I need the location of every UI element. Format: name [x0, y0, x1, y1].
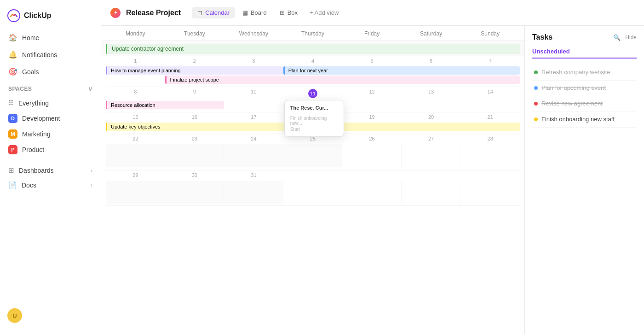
event-finalize-project-scope-label: Finalize project scope — [170, 77, 219, 82]
day-cell-e3[interactable] — [402, 181, 461, 204]
sidebar-item-goals-label: Goals — [22, 68, 39, 76]
avatar[interactable]: U — [7, 308, 22, 323]
day-num-26: 26 — [342, 136, 402, 141]
sidebar-item-docs[interactable]: 📄 Docs › — [4, 178, 97, 193]
event-resource-allocation[interactable]: Resource allocation — [106, 101, 224, 109]
day-cell-29[interactable] — [106, 181, 165, 204]
day-header-wed: Wednesday — [224, 26, 283, 41]
day-cell-25[interactable] — [283, 144, 343, 167]
day-cell-26[interactable] — [342, 144, 402, 167]
sidebar-item-home-label: Home — [22, 34, 39, 41]
popup-title: The Resc. Cur... — [290, 105, 338, 111]
unscheduled-event-label: Update contractor agreement — [112, 46, 184, 52]
calendar-rows: 1 2 3 4 5 6 7 How to manage event planni… — [101, 56, 524, 206]
clickup-logo-icon — [7, 9, 20, 22]
product-label: Product — [22, 146, 44, 153]
day-cell-e1[interactable] — [283, 181, 343, 204]
week-1-events: How to manage event planning Plan for ne… — [106, 64, 520, 87]
day-header-sun: Sunday — [460, 26, 520, 41]
tasks-search-icon[interactable]: 🔍 — [613, 34, 621, 41]
add-view-label: + Add view — [310, 9, 339, 16]
tab-box[interactable]: ⊞ Box — [274, 7, 303, 18]
day-num-blank4 — [460, 172, 520, 178]
popup-divider — [290, 113, 338, 113]
sidebar: ClickUp 🏠 Home 🔔 Notifications 🎯 Goals S… — [0, 0, 101, 334]
event-plan-for-next-year[interactable]: Plan for next year — [283, 66, 520, 75]
unscheduled-tab[interactable]: Unscheduled — [532, 48, 637, 59]
spaces-collapse-icon[interactable]: ∨ — [88, 85, 93, 93]
day-cell-30[interactable] — [165, 181, 224, 204]
home-icon: 🏠 — [8, 33, 17, 42]
event-how-to-manage-label: How to manage event planning — [111, 68, 181, 73]
tab-board[interactable]: ▦ Board — [237, 7, 272, 18]
day-num-9: 9 — [165, 89, 224, 98]
event-finalize-project-scope[interactable]: Finalize project scope — [165, 76, 520, 84]
task-item-2[interactable]: Plan for upcoming event — [532, 81, 637, 96]
day-cell-27[interactable] — [402, 144, 461, 167]
day-num-16: 16 — [165, 114, 224, 120]
day-num-blank1 — [283, 172, 343, 178]
sidebar-nav: 🏠 Home 🔔 Notifications 🎯 Goals — [0, 29, 101, 80]
day-cell-24[interactable] — [224, 144, 283, 167]
day-num-17: 17 — [224, 114, 283, 120]
board-tab-label: Board — [251, 9, 267, 16]
sidebar-item-home[interactable]: 🏠 Home — [4, 29, 97, 46]
tasks-hide-button[interactable]: Hide — [625, 34, 637, 41]
day-num-15: 15 — [106, 114, 165, 120]
day-cell-22[interactable] — [106, 144, 165, 167]
day-num-14: 14 — [460, 89, 520, 98]
tasks-list: Refresh company website Plan for upcomin… — [532, 65, 637, 128]
box-tab-icon: ⊞ — [280, 9, 285, 16]
task-item-1[interactable]: Refresh company website — [532, 65, 637, 81]
day-num-31: 31 — [224, 172, 283, 178]
day-num-22: 22 — [106, 136, 165, 141]
task-1-label: Refresh company website — [541, 69, 610, 76]
day-num-blank3 — [402, 172, 461, 178]
day-cell-28[interactable] — [460, 144, 520, 167]
day-cell-31[interactable] — [224, 181, 283, 204]
task-4-dot — [534, 117, 538, 121]
day-num-1: 1 — [106, 58, 165, 64]
app-name: ClickUp — [24, 12, 52, 20]
spaces-list: ⠿ Everything D Development M Marketing P… — [0, 95, 101, 158]
day-header-thu: Thursday — [283, 26, 343, 41]
week-5-numbers: 29 30 31 — [106, 170, 520, 179]
task-item-3[interactable]: Revise new agreement — [532, 96, 637, 112]
day-num-blank2 — [342, 172, 402, 178]
docs-label: Docs — [22, 182, 36, 189]
marketing-badge: M — [8, 129, 17, 139]
tab-calendar[interactable]: ◻ Calendar — [192, 7, 235, 18]
day-cell-e2[interactable] — [342, 181, 402, 204]
unscheduled-row: Update contractor agreement — [101, 41, 524, 56]
week-1-numbers: 1 2 3 4 5 6 7 — [106, 56, 520, 64]
day-cell-23[interactable] — [165, 144, 224, 167]
task-item-4[interactable]: Finish onboarding new staff — [532, 112, 637, 128]
calendar-main[interactable]: Monday Tuesday Wednesday Thursday Friday… — [101, 26, 524, 334]
week-5-day-cells — [106, 181, 520, 204]
sidebar-item-everything[interactable]: ⠿ Everything — [4, 95, 97, 111]
sidebar-item-development[interactable]: D Development — [4, 111, 97, 126]
week-row-4: 22 23 24 25 26 27 28 — [106, 134, 520, 170]
day-num-4: 4 — [283, 58, 343, 64]
box-tab-label: Box — [288, 9, 298, 16]
sidebar-item-dashboards[interactable]: ⊞ Dashboards › — [4, 163, 97, 178]
add-view-button[interactable]: + Add view — [305, 7, 343, 18]
sidebar-item-marketing[interactable]: M Marketing — [4, 126, 97, 142]
day-num-30: 30 — [165, 172, 224, 178]
day-num-13: 13 — [402, 89, 461, 98]
marketing-label: Marketing — [22, 130, 50, 138]
unscheduled-event-bar[interactable]: Update contractor agreement — [106, 44, 520, 54]
product-badge: P — [8, 145, 17, 154]
logo-area: ClickUp — [0, 6, 101, 29]
day-num-27: 27 — [402, 136, 461, 141]
event-how-to-manage[interactable]: How to manage event planning — [106, 66, 283, 75]
tasks-header-actions: 🔍 Hide — [613, 34, 637, 41]
sidebar-item-notifications[interactable]: 🔔 Notifications — [4, 47, 97, 63]
day-num-11-active: 11 — [308, 89, 317, 98]
calendar-popup: The Resc. Cur... Finish onboarding new..… — [284, 100, 344, 137]
day-header-mon: Monday — [106, 26, 165, 41]
sidebar-item-goals[interactable]: 🎯 Goals — [4, 64, 97, 80]
sidebar-item-product[interactable]: P Product — [4, 142, 97, 158]
day-cell-e4[interactable] — [460, 181, 520, 204]
development-badge: D — [8, 114, 17, 123]
